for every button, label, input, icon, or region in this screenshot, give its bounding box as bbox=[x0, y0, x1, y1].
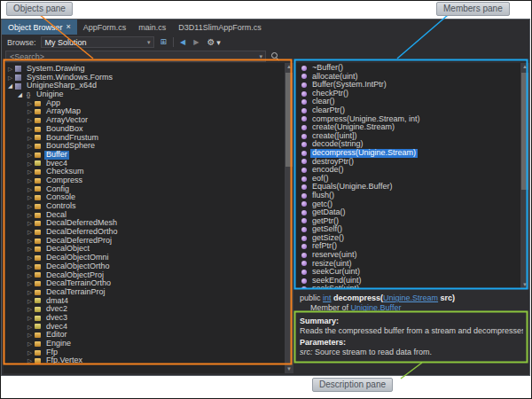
members-scrollbar[interactable]: ▲ ▼ bbox=[520, 63, 529, 289]
tree-item-decalobjectproj[interactable]: ▷DecalObjectProj bbox=[4, 271, 285, 280]
object-browser-settings-button[interactable]: ⚙ ▾ bbox=[205, 36, 223, 48]
member-item-getself[interactable]: getSelf() bbox=[295, 225, 520, 234]
expand-icon[interactable]: ▷ bbox=[26, 314, 34, 323]
tree-item-buffer[interactable]: ▷Buffer bbox=[4, 151, 285, 160]
member-item-flush[interactable]: flush() bbox=[295, 192, 520, 200]
member-item-equals-unigine-buffer[interactable]: Equals(Unigine.Buffer) bbox=[295, 183, 520, 192]
expand-icon[interactable]: ▷ bbox=[26, 323, 34, 332]
expand-icon[interactable]: ▷ bbox=[26, 142, 34, 151]
tree-item-console[interactable]: ▷Console bbox=[4, 193, 285, 202]
member-item-clearptr[interactable]: clearPtr() bbox=[295, 106, 520, 115]
tree-item-system-windows-forms[interactable]: ▷System.Windows.Forms bbox=[4, 74, 285, 82]
scroll-up-icon[interactable]: ▲ bbox=[520, 63, 529, 71]
tree-item-system-drawing[interactable]: ▷System.Drawing bbox=[4, 65, 285, 74]
expand-icon[interactable]: ▷ bbox=[26, 305, 34, 314]
tree-item-boundsphere[interactable]: ▷BoundSphere bbox=[4, 142, 285, 151]
tree-item-decal[interactable]: ▷Decal bbox=[4, 211, 285, 220]
tree-item-config[interactable]: ▷Config bbox=[4, 185, 285, 194]
tree-item-decalobject[interactable]: ▷DecalObject bbox=[4, 245, 285, 254]
expand-icon[interactable]: ▷ bbox=[26, 271, 34, 280]
tree-item-decaldeferredmesh[interactable]: ▷DecalDeferredMesh bbox=[4, 219, 285, 228]
member-item-getptr[interactable]: getPtr() bbox=[295, 217, 520, 226]
member-item-decompress-unigine-stream[interactable]: decompress(Unigine.Stream) bbox=[295, 149, 520, 158]
tree-item-dvec4[interactable]: ▷dvec4 bbox=[4, 323, 285, 332]
tree-item-arraymap[interactable]: ▷ArrayMap bbox=[4, 107, 285, 116]
scrollbar-thumb[interactable] bbox=[521, 73, 528, 190]
collapse-icon[interactable]: ◢ bbox=[6, 82, 14, 90]
tree-item-arrayvector[interactable]: ▷ArrayVector bbox=[4, 116, 285, 125]
tree-item-ffp[interactable]: ▷Ffp bbox=[4, 348, 285, 357]
tree-item-compress[interactable]: ▷Compress bbox=[4, 176, 285, 185]
member-item-create-unigine-stream[interactable]: create(Unigine.Stream) bbox=[295, 123, 520, 132]
expand-icon[interactable]: ▷ bbox=[26, 125, 34, 134]
member-item-seekset-uint[interactable]: seekSet(uint) bbox=[295, 285, 520, 289]
expand-icon[interactable]: ▷ bbox=[26, 99, 34, 108]
expand-icon[interactable]: ▷ bbox=[26, 254, 34, 262]
search-input[interactable]: <Search> ▾ bbox=[5, 51, 266, 62]
expand-icon[interactable]: ▷ bbox=[26, 151, 34, 160]
expand-icon[interactable]: ▷ bbox=[6, 65, 14, 74]
search-button[interactable] bbox=[270, 51, 282, 62]
expand-icon[interactable]: ▷ bbox=[26, 340, 34, 348]
expand-icon[interactable]: ▷ bbox=[26, 297, 34, 306]
tree-item-engine[interactable]: ▷Engine bbox=[4, 340, 285, 348]
expand-icon[interactable]: ▷ bbox=[26, 202, 34, 211]
member-item-reserve-uint[interactable]: reserve(uint) bbox=[295, 251, 520, 260]
collapse-icon[interactable]: ◢ bbox=[16, 90, 24, 99]
tree-item-decaldeferredortho[interactable]: ▷DecalDeferredOrtho bbox=[4, 228, 285, 237]
navigate-forward-button[interactable]: ▶ bbox=[192, 36, 200, 48]
navigate-back-button[interactable]: ◀ bbox=[178, 36, 187, 48]
objects-scrollbar[interactable]: ▲ ▼ bbox=[285, 63, 293, 373]
scrollbar-thumb[interactable] bbox=[286, 73, 293, 167]
signature-part[interactable]: Unigine.Stream bbox=[383, 293, 438, 302]
tree-item-boundfrustum[interactable]: ▷BoundFrustum bbox=[4, 134, 285, 143]
tree-item-unigine[interactable]: ◢{ }Unigine bbox=[4, 90, 285, 99]
tree-item-ffp-vertex[interactable]: ▷Ffp.Vertex bbox=[4, 356, 285, 365]
expand-icon[interactable]: ▷ bbox=[26, 116, 34, 125]
signature-part[interactable]: int bbox=[323, 293, 332, 302]
tab-object-browser[interactable]: Object Browser× bbox=[2, 20, 77, 35]
tab-main-cs[interactable]: main.cs bbox=[132, 20, 172, 35]
expand-icon[interactable]: ▷ bbox=[26, 331, 34, 340]
expand-icon[interactable]: ▷ bbox=[26, 193, 34, 202]
tree-item-decalterrainortho[interactable]: ▷DecalTerrainOrtho bbox=[4, 279, 285, 288]
member-item-getsize[interactable]: getSize() bbox=[295, 234, 520, 243]
expand-icon[interactable]: ▷ bbox=[26, 176, 34, 185]
tree-item-editor[interactable]: ▷Editor bbox=[4, 331, 285, 340]
scroll-up-icon[interactable]: ▲ bbox=[285, 63, 293, 71]
member-item-decode-string[interactable]: decode(string) bbox=[295, 140, 520, 149]
member-item-clear[interactable]: clear() bbox=[295, 98, 520, 106]
expand-icon[interactable]: ▷ bbox=[26, 211, 34, 220]
tree-item-decalterrainproj[interactable]: ▷DecalTerrainProj bbox=[4, 288, 285, 297]
member-item-buffer-system-intptr[interactable]: Buffer(System.IntPtr) bbox=[295, 81, 520, 90]
expand-icon[interactable]: ▷ bbox=[26, 348, 34, 357]
expand-icon[interactable]: ▷ bbox=[26, 134, 34, 143]
expand-icon[interactable]: ▷ bbox=[26, 288, 34, 297]
tree-item-bvec4[interactable]: ▷bvec4 bbox=[4, 160, 285, 168]
member-item-resize-uint[interactable]: resize(uint) bbox=[295, 260, 520, 269]
member-item-create-uint[interactable]: create([uint]) bbox=[295, 132, 520, 141]
edit-custom-component-set-button[interactable]: ⊞ bbox=[159, 36, 169, 48]
member-item-checkptr[interactable]: checkPtr() bbox=[295, 90, 520, 98]
expand-icon[interactable]: ▷ bbox=[26, 356, 34, 365]
member-item-seekcur-uint[interactable]: seekCur(uint) bbox=[295, 268, 520, 277]
close-icon[interactable]: × bbox=[66, 23, 71, 31]
member-item-getdata[interactable]: getData() bbox=[295, 208, 520, 217]
expand-icon[interactable]: ▷ bbox=[6, 74, 14, 82]
tree-item-dvec2[interactable]: ▷dvec2 bbox=[4, 305, 285, 314]
member-item-compress-unigine-stream-int[interactable]: compress(Unigine.Stream, int) bbox=[295, 115, 520, 124]
expand-icon[interactable]: ▷ bbox=[26, 107, 34, 116]
tree-item-decalobjectomni[interactable]: ▷DecalObjectOmni bbox=[4, 254, 285, 262]
expand-icon[interactable]: ▷ bbox=[26, 262, 34, 271]
tree-item-dmat4[interactable]: ▷dmat4 bbox=[4, 297, 285, 306]
tree-item-decalobjectortho[interactable]: ▷DecalObjectOrtho bbox=[4, 262, 285, 271]
tree-item-checksum[interactable]: ▷Checksum bbox=[4, 168, 285, 176]
browse-scope-combo[interactable]: My Solution ▾ bbox=[41, 36, 154, 48]
member-item-seekend-uint[interactable]: seekEnd(uint) bbox=[295, 277, 520, 286]
tree-item-app[interactable]: ▷App bbox=[4, 99, 285, 108]
member-item-encode[interactable]: encode() bbox=[295, 166, 520, 175]
expand-icon[interactable]: ▷ bbox=[26, 228, 34, 237]
tab-d3d11slimappform-cs[interactable]: D3D11SlimAppForm.cs bbox=[172, 20, 267, 35]
scroll-down-icon[interactable]: ▼ bbox=[285, 365, 293, 373]
member-of-link[interactable]: Unigine.Buffer bbox=[351, 303, 402, 312]
